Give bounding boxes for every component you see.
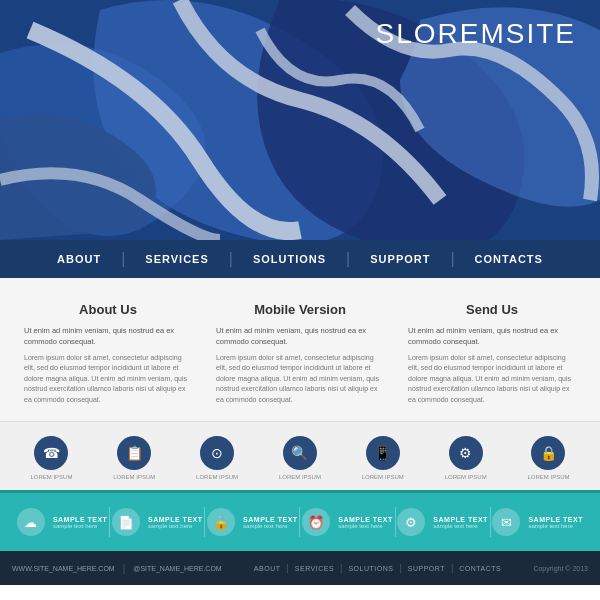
col-about-heading: About Us (24, 302, 192, 317)
footer-left: WWW.SITE_NAME_HERE.COM | @SITE_NAME_HERE… (12, 563, 222, 574)
teal-sub-4: sample text here (433, 523, 488, 529)
col-sendus: Send Us Ut enim ad minim veniam, quis no… (400, 302, 584, 405)
teal-title-2: SAMPLE TEXT (243, 516, 298, 523)
nav-item-support[interactable]: SUPPORT (350, 253, 450, 265)
icon-circle-1: 📋 (117, 436, 151, 470)
icon-label-6: LOREM IPSUM (527, 474, 569, 480)
teal-item-3[interactable]: ⏰ SAMPLE TEXT sample text here (302, 508, 393, 536)
nav-items: ABOUT | SERVICES | SOLUTIONS | SUPPORT |… (37, 250, 563, 268)
teal-sub-3: sample text here (338, 523, 393, 529)
teal-sub-1: sample text here (148, 523, 203, 529)
icon-item-5[interactable]: ⚙ LOREM IPSUM (445, 436, 487, 480)
footer-website[interactable]: WWW.SITE_NAME_HERE.COM (12, 565, 115, 572)
nav-item-services[interactable]: SERVICES (125, 253, 228, 265)
icon-circle-6: 🔒 (531, 436, 565, 470)
teal-item-0[interactable]: ☁ SAMPLE TEXT sample text here (17, 508, 108, 536)
icon-label-0: LOREM IPSUM (30, 474, 72, 480)
teal-text-1: SAMPLE TEXT sample text here (148, 516, 203, 529)
teal-title-5: SAMPLE TEXT (528, 516, 583, 523)
col-mobile: Mobile Version Ut enim ad minim veniam, … (208, 302, 392, 405)
col-mobile-lead: Ut enim ad minim veniam, quis nostrud ea… (216, 325, 384, 348)
nav-item-solutions[interactable]: SOLUTIONS (233, 253, 346, 265)
footer-nav-services[interactable]: SERVICES (289, 565, 340, 572)
icons-row: ☎ LOREM IPSUM 📋 LOREM IPSUM ⊙ LOREM IPSU… (0, 421, 600, 490)
teal-item-4[interactable]: ⚙ SAMPLE TEXT sample text here (397, 508, 488, 536)
teal-title-4: SAMPLE TEXT (433, 516, 488, 523)
footer-divider-0: | (123, 563, 126, 574)
icon-circle-0: ☎ (34, 436, 68, 470)
site-title: SLOREMSITE (376, 18, 576, 50)
teal-divider-3 (395, 507, 396, 537)
teal-text-0: SAMPLE TEXT sample text here (53, 516, 108, 529)
teal-title-0: SAMPLE TEXT (53, 516, 108, 523)
icon-label-2: LOREM IPSUM (196, 474, 238, 480)
icon-label-5: LOREM IPSUM (445, 474, 487, 480)
footer-nav-contacts[interactable]: CONTACTS (453, 565, 507, 572)
teal-title-3: SAMPLE TEXT (338, 516, 393, 523)
icon-circle-4: 📱 (366, 436, 400, 470)
teal-text-5: SAMPLE TEXT sample text here (528, 516, 583, 529)
footer-nav-solutions[interactable]: SOLUTIONS (342, 565, 399, 572)
footer-copyright: Copyright © 2013 (533, 565, 588, 572)
icon-label-3: LOREM IPSUM (279, 474, 321, 480)
teal-section: ☁ SAMPLE TEXT sample text here 📄 SAMPLE … (0, 490, 600, 551)
teal-divider-2 (299, 507, 300, 537)
teal-divider-0 (109, 507, 110, 537)
footer-nav-support[interactable]: SUPPORT (402, 565, 451, 572)
footer: WWW.SITE_NAME_HERE.COM | @SITE_NAME_HERE… (0, 551, 600, 585)
icon-item-3[interactable]: 🔍 LOREM IPSUM (279, 436, 321, 480)
col-about: About Us Ut enim ad minim veniam, quis n… (16, 302, 200, 405)
icon-label-4: LOREM IPSUM (362, 474, 404, 480)
icon-item-2[interactable]: ⊙ LOREM IPSUM (196, 436, 238, 480)
icon-circle-2: ⊙ (200, 436, 234, 470)
footer-nav-about[interactable]: ABOUT (248, 565, 287, 572)
col-mobile-heading: Mobile Version (216, 302, 384, 317)
col-sendus-body: Lorem ipsum dolor sit amet, consectetur … (408, 353, 576, 406)
teal-text-2: SAMPLE TEXT sample text here (243, 516, 298, 529)
teal-text-4: SAMPLE TEXT sample text here (433, 516, 488, 529)
navbar: ABOUT | SERVICES | SOLUTIONS | SUPPORT |… (0, 240, 600, 278)
content-section: About Us Ut enim ad minim veniam, quis n… (0, 278, 600, 421)
icon-circle-3: 🔍 (283, 436, 317, 470)
teal-title-1: SAMPLE TEXT (148, 516, 203, 523)
teal-icon-gear: ⚙ (397, 508, 425, 536)
col-about-body: Lorem ipsum dolor sit amet, consectetur … (24, 353, 192, 406)
col-sendus-heading: Send Us (408, 302, 576, 317)
teal-item-5[interactable]: ✉ SAMPLE TEXT sample text here (492, 508, 583, 536)
teal-item-1[interactable]: 📄 SAMPLE TEXT sample text here (112, 508, 203, 536)
teal-sub-2: sample text here (243, 523, 298, 529)
teal-icon-mail: ✉ (492, 508, 520, 536)
col-about-lead: Ut enim ad minim veniam, quis nostrud ea… (24, 325, 192, 348)
icon-item-0[interactable]: ☎ LOREM IPSUM (30, 436, 72, 480)
teal-icon-clock: ⏰ (302, 508, 330, 536)
icon-item-6[interactable]: 🔒 LOREM IPSUM (527, 436, 569, 480)
col-mobile-body: Lorem ipsum dolor sit amet, consectetur … (216, 353, 384, 406)
teal-icon-doc: 📄 (112, 508, 140, 536)
hero-section: SLOREMSITE (0, 0, 600, 240)
teal-sub-5: sample text here (528, 523, 583, 529)
teal-icon-cloud: ☁ (17, 508, 45, 536)
teal-divider-1 (204, 507, 205, 537)
col-sendus-lead: Ut enim ad minim veniam, quis nostrud ea… (408, 325, 576, 348)
footer-nav: ABOUT | SERVICES | SOLUTIONS | SUPPORT |… (248, 563, 507, 573)
icon-item-4[interactable]: 📱 LOREM IPSUM (362, 436, 404, 480)
teal-item-2[interactable]: 🔒 SAMPLE TEXT sample text here (207, 508, 298, 536)
teal-icon-lock: 🔒 (207, 508, 235, 536)
icon-circle-5: ⚙ (449, 436, 483, 470)
icon-item-1[interactable]: 📋 LOREM IPSUM (113, 436, 155, 480)
teal-text-3: SAMPLE TEXT sample text here (338, 516, 393, 529)
icon-label-1: LOREM IPSUM (113, 474, 155, 480)
footer-social[interactable]: @SITE_NAME_HERE.COM (133, 565, 221, 572)
teal-divider-4 (490, 507, 491, 537)
nav-item-about[interactable]: ABOUT (37, 253, 121, 265)
nav-item-contacts[interactable]: CONTACTS (455, 253, 563, 265)
teal-sub-0: sample text here (53, 523, 108, 529)
